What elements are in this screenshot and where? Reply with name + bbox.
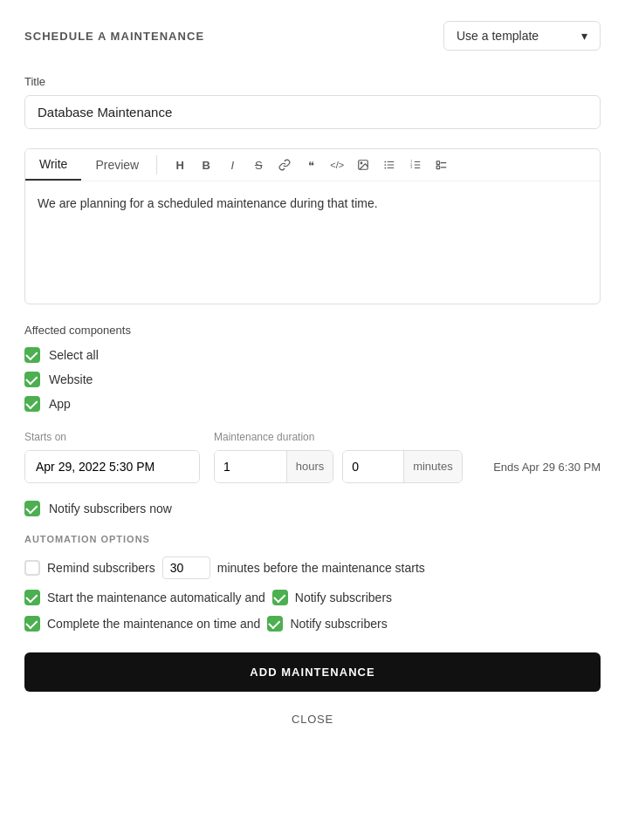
description-section: Write Preview H B I S ❝ </> [24, 148, 601, 304]
chevron-down-icon: ▾ [581, 29, 587, 43]
complete-label: Complete the maintenance on time and [47, 617, 260, 631]
complete-notify-label: Notify subscribers [290, 617, 387, 631]
hours-input[interactable] [215, 451, 286, 482]
remind-label-before: Remind subscribers [47, 561, 155, 575]
website-checkbox[interactable] [24, 372, 40, 387]
start-notify-checkbox[interactable] [272, 590, 288, 605]
affected-components-label: Affected components [24, 324, 601, 337]
write-tab[interactable]: Write [25, 149, 81, 181]
automation-section: AUTOMATION OPTIONS Remind subscribers mi… [24, 534, 601, 632]
numbered-list-icon[interactable]: 123 [403, 153, 428, 177]
svg-text:3: 3 [410, 166, 412, 169]
image-icon[interactable] [351, 153, 375, 177]
starts-on-block: Starts on [24, 431, 200, 483]
toolbar-divider [156, 155, 157, 174]
notify-now-row: Notify subscribers now [24, 501, 601, 516]
close-button[interactable]: CLOSE [24, 706, 601, 733]
toolbar-icons: H B I S ❝ </> 123 [161, 153, 461, 177]
code-icon[interactable]: </> [325, 153, 349, 177]
link-icon[interactable] [272, 153, 297, 177]
start-notify-label: Notify subscribers [295, 591, 392, 604]
svg-point-5 [385, 161, 387, 163]
app-row: App [24, 396, 601, 412]
svg-point-6 [385, 164, 387, 166]
duration-inputs: hours minutes [214, 450, 463, 483]
website-row: Website [24, 372, 601, 387]
title-section: Title [24, 75, 601, 129]
notify-now-checkbox[interactable] [24, 501, 40, 516]
maintenance-duration-block: Maintenance duration hours minutes [214, 431, 463, 483]
starts-on-input-wrap [24, 450, 200, 483]
heading-icon[interactable]: H [168, 153, 192, 177]
strikethrough-icon[interactable]: S [246, 153, 271, 177]
starts-on-input[interactable] [25, 451, 199, 482]
preview-tab[interactable]: Preview [81, 150, 153, 180]
page-header: SCHEDULE A MAINTENANCE Use a template ▾ [24, 21, 601, 51]
template-button-label: Use a template [457, 29, 539, 43]
app-checkbox[interactable] [24, 396, 40, 412]
timing-row: Starts on Maintenance duration hours min… [24, 431, 601, 483]
hours-input-wrap: hours [214, 450, 333, 483]
remind-minutes-input[interactable] [162, 557, 210, 579]
select-all-label[interactable]: Select all [49, 348, 99, 362]
bold-icon[interactable]: B [194, 153, 218, 177]
remind-row: Remind subscribers minutes before the ma… [24, 557, 601, 579]
starts-on-label: Starts on [24, 431, 200, 443]
remind-label-after: minutes before the maintenance starts [217, 561, 425, 575]
description-toolbar: Write Preview H B I S ❝ </> [25, 149, 600, 181]
start-auto-label: Start the maintenance automatically and [47, 591, 265, 604]
website-label[interactable]: Website [49, 372, 93, 386]
description-content[interactable]: We are planning for a scheduled maintena… [25, 181, 600, 304]
hours-label: hours [286, 451, 333, 482]
complete-notify-checkbox[interactable] [267, 616, 283, 632]
start-auto-checkbox[interactable] [24, 590, 40, 605]
title-input[interactable] [24, 95, 601, 129]
italic-icon[interactable]: I [220, 153, 244, 177]
select-all-checkbox[interactable] [24, 347, 40, 363]
svg-rect-14 [436, 161, 440, 165]
svg-point-7 [385, 167, 387, 169]
ends-label: Ends Apr 29 6:30 PM [493, 461, 601, 474]
minutes-input[interactable] [343, 451, 403, 482]
maintenance-duration-label: Maintenance duration [214, 431, 463, 443]
app-label[interactable]: App [49, 397, 71, 411]
ends-block: Ends Apr 29 6:30 PM [477, 459, 601, 483]
minutes-label: minutes [403, 451, 462, 482]
svg-point-1 [361, 162, 362, 164]
automation-title: AUTOMATION OPTIONS [24, 534, 601, 544]
page-title: SCHEDULE A MAINTENANCE [24, 30, 204, 43]
use-template-button[interactable]: Use a template ▾ [443, 21, 601, 51]
complete-checkbox[interactable] [24, 616, 40, 632]
title-label: Title [24, 75, 601, 88]
select-all-row: Select all [24, 347, 601, 363]
bullet-list-icon[interactable] [377, 153, 402, 177]
add-maintenance-button[interactable]: ADD MAINTENANCE [24, 652, 601, 692]
svg-rect-16 [436, 166, 440, 169]
task-list-icon[interactable] [429, 153, 454, 177]
complete-row: Complete the maintenance on time and Not… [24, 616, 601, 632]
quote-icon[interactable]: ❝ [299, 153, 323, 177]
notify-now-label[interactable]: Notify subscribers now [49, 502, 172, 516]
minutes-input-wrap: minutes [342, 450, 462, 483]
remind-checkbox[interactable] [24, 560, 40, 576]
start-auto-row: Start the maintenance automatically and … [24, 590, 601, 605]
description-text: We are planning for a scheduled maintena… [38, 196, 378, 210]
affected-components-section: Affected components Select all Website A… [24, 324, 601, 412]
